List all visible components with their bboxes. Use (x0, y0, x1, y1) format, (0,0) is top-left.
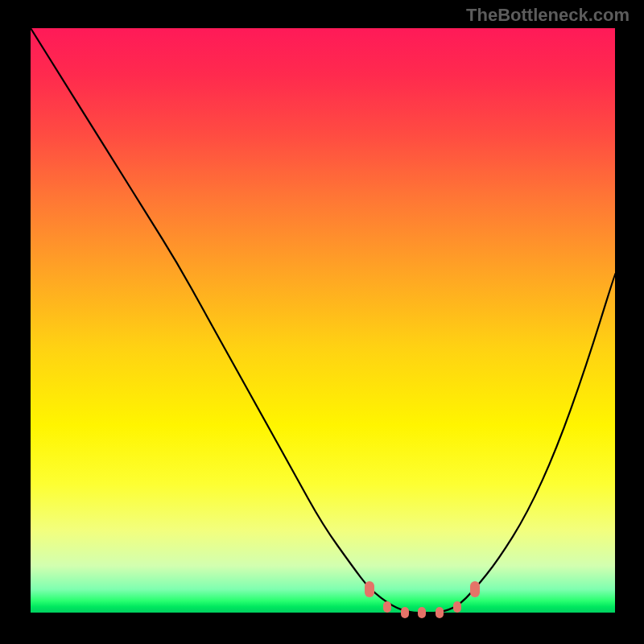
chart-background-gradient (31, 28, 615, 613)
watermark-text: TheBottleneck.com (466, 5, 630, 26)
